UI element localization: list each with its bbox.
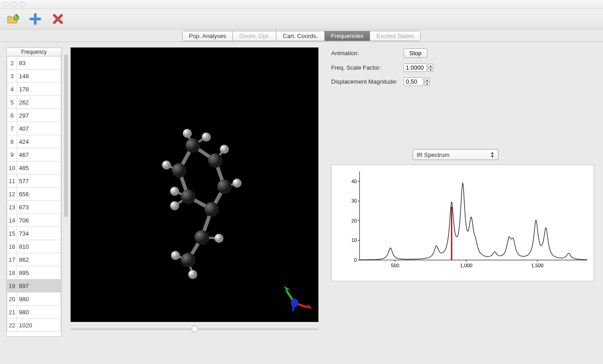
svg-point-24 (195, 230, 209, 245)
open-folder-icon[interactable] (6, 13, 19, 25)
frequency-row[interactable]: 7407 (7, 122, 61, 135)
svg-text:40: 40 (351, 179, 357, 184)
frequency-row[interactable]: 19897 (7, 279, 61, 293)
displacement-input[interactable] (404, 77, 423, 86)
svg-point-26 (183, 129, 192, 138)
svg-point-41 (291, 298, 298, 307)
frequency-row[interactable]: 16810 (7, 240, 61, 253)
close-dot[interactable] (4, 2, 9, 7)
zoom-dot[interactable] (20, 2, 25, 7)
frequency-header: Frequency (7, 48, 61, 57)
frequency-row[interactable]: 283 (7, 57, 61, 70)
frequency-row[interactable]: 12656 (7, 188, 61, 201)
svg-point-33 (214, 234, 223, 243)
svg-text:500: 500 (391, 263, 399, 268)
tab-pop-analyses[interactable]: Pop. Analyses (183, 31, 233, 41)
displacement-label: Displacement Magnitude: (331, 78, 404, 85)
plus-icon[interactable] (29, 13, 42, 25)
scale-factor-label: Freq. Scale Factor: (331, 64, 404, 71)
frequency-row[interactable]: 8424 (7, 135, 61, 148)
svg-marker-39 (284, 286, 290, 290)
close-icon[interactable] (52, 13, 64, 25)
svg-point-34 (171, 251, 180, 260)
molecule-viewport[interactable] (71, 47, 318, 322)
frequency-row[interactable]: 10485 (7, 161, 61, 175)
frequency-row[interactable]: 4178 (7, 83, 61, 96)
svg-point-32 (170, 201, 179, 210)
svg-text:1,000: 1,000 (460, 263, 472, 268)
frequency-row[interactable]: 18895 (7, 266, 61, 279)
svg-text:20: 20 (351, 218, 357, 223)
frequency-row[interactable]: 15734 (7, 227, 61, 240)
frequency-row[interactable]: 221020 (7, 319, 61, 332)
freq-scrollbar[interactable] (64, 54, 68, 217)
spectrum-type-select[interactable]: IR Spectrum ▲▼ (413, 149, 499, 160)
frame-slider[interactable] (71, 328, 318, 330)
frequency-row[interactable]: 9467 (7, 148, 61, 161)
frequency-row[interactable]: 17862 (7, 253, 61, 266)
toolbar (0, 9, 603, 29)
tab-geom-opt-: Geom. Opt. (233, 31, 276, 41)
svg-text:30: 30 (351, 198, 357, 203)
animation-stop-button[interactable]: Stop (404, 48, 427, 58)
svg-point-28 (162, 161, 171, 170)
svg-point-30 (233, 179, 242, 188)
animation-label: Animation: (331, 50, 404, 57)
scale-stepper[interactable]: ▲▼ (428, 64, 433, 72)
frequency-row[interactable]: 3148 (7, 70, 61, 83)
svg-point-22 (217, 180, 232, 194)
window-titlebar (0, 0, 603, 9)
svg-point-20 (208, 153, 223, 168)
spectrum-select-label: IR Spectrum (417, 151, 449, 158)
tab-frequencies[interactable]: Frequencies (325, 31, 370, 41)
frequency-row[interactable]: 21980 (7, 306, 61, 319)
svg-point-27 (202, 132, 211, 142)
svg-marker-37 (308, 304, 313, 309)
svg-point-18 (185, 138, 200, 153)
minimize-dot[interactable] (12, 2, 17, 7)
frequency-row[interactable]: 6297 (7, 109, 61, 122)
frequency-table[interactable]: Frequency 283314841785262629774078424946… (6, 47, 62, 337)
svg-text:0: 0 (354, 257, 357, 263)
tab-cart-coords-[interactable]: Cart. Coords. (276, 31, 324, 41)
spectrum-chart[interactable]: 0102030405001,0001,500 (331, 165, 594, 281)
frequency-row[interactable]: 14706 (7, 214, 61, 227)
scale-factor-input[interactable] (404, 63, 427, 72)
svg-point-25 (181, 253, 195, 267)
svg-point-31 (170, 187, 179, 196)
frequency-row[interactable]: 20980 (7, 293, 61, 306)
svg-point-29 (220, 145, 229, 154)
displacement-stepper[interactable]: ▲▼ (424, 78, 430, 86)
svg-point-35 (188, 270, 197, 279)
select-chevron-icon: ▲▼ (490, 151, 494, 158)
tab-bar: Pop. AnalysesGeom. Opt.Cart. Coords.Freq… (0, 29, 603, 42)
svg-point-21 (181, 189, 195, 204)
svg-text:1,500: 1,500 (531, 263, 543, 268)
svg-point-23 (204, 202, 219, 217)
frequency-row[interactable]: 13673 (7, 201, 61, 214)
svg-text:10: 10 (351, 237, 357, 243)
frequency-row[interactable]: 11577 (7, 175, 61, 188)
frequency-row[interactable]: 5262 (7, 96, 61, 109)
tab-excited-states: Excited States (370, 31, 420, 41)
svg-point-19 (172, 163, 186, 178)
